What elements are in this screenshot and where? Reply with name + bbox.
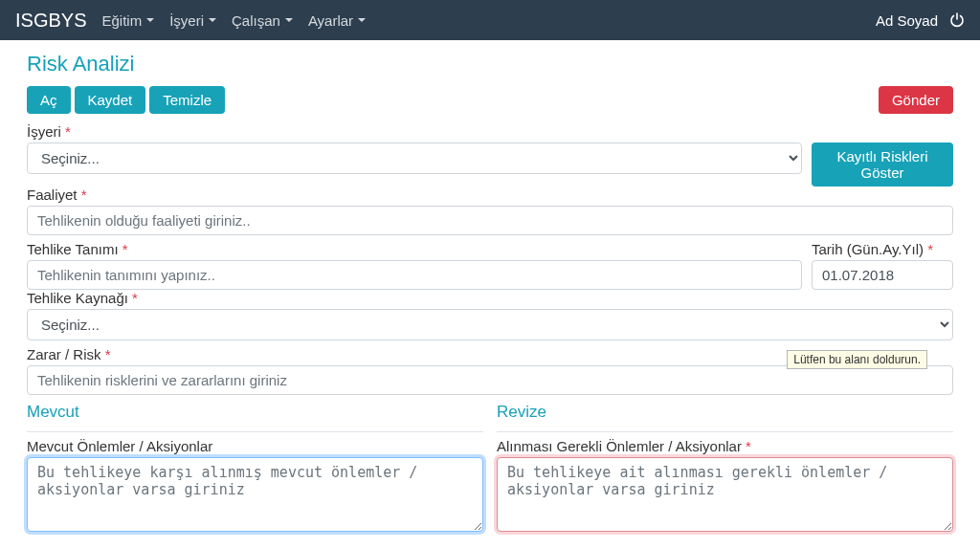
hazard-def-label: Tehlike Tanımı * — [27, 241, 802, 257]
navbar: ISGBYS Eğitim İşyeri Çalışan Ayarlar Ad … — [0, 0, 980, 40]
damage-risk-input[interactable] — [27, 365, 953, 395]
workplace-row: İşyeri * Seçiniz... Kayıtlı Riskleri Gös… — [27, 123, 953, 186]
spacer-label — [812, 123, 953, 140]
date-label: Tarih (Gün.Ay.Yıl) * — [812, 241, 953, 257]
current-section-title: Mevcut — [27, 403, 483, 422]
activity-input[interactable] — [27, 206, 953, 235]
hazard-def-input[interactable] — [27, 260, 802, 290]
current-measures-textarea[interactable] — [27, 457, 483, 532]
page-title: Risk Analizi — [27, 52, 953, 77]
workplace-select[interactable]: Seçiniz... — [27, 142, 802, 174]
show-saved-risks-button[interactable]: Kayıtlı Riskleri Göster — [812, 142, 953, 186]
current-column: Mevcut Mevcut Önlemler / Aksiyonlar Risk… — [27, 401, 483, 548]
activity-label: Faaliyet * — [27, 186, 953, 203]
nav-label: Ayarlar — [308, 12, 353, 29]
action-button-row: Aç Kaydet Temizle Gönder — [27, 86, 953, 114]
revised-section-title: Revize — [497, 403, 953, 422]
nav-label: Eğitim — [101, 12, 142, 29]
validation-tooltip: Lütfen bu alanı doldurun. — [787, 350, 927, 369]
brand-logo[interactable]: ISGBYS — [15, 10, 86, 32]
save-button[interactable]: Kaydet — [75, 86, 146, 114]
nav-calisan[interactable]: Çalışan — [232, 12, 293, 29]
send-button[interactable]: Gönder — [879, 86, 953, 114]
chevron-down-icon — [146, 18, 154, 22]
main-container: Risk Analizi Aç Kaydet Temizle Gönder İş… — [0, 40, 980, 548]
required-measures-textarea[interactable] — [497, 457, 953, 532]
nav-isyeri[interactable]: İşyeri — [169, 12, 216, 29]
divider — [27, 431, 483, 432]
divider — [497, 431, 953, 432]
nav-ayarlar[interactable]: Ayarlar — [308, 12, 366, 29]
workplace-label: İşyeri * — [27, 123, 802, 140]
user-name: Ad Soyad — [876, 12, 938, 29]
current-measures-label: Mevcut Önlemler / Aksiyonlar — [27, 438, 483, 454]
clear-button[interactable]: Temizle — [149, 86, 225, 114]
nav-label: İşyeri — [169, 12, 204, 29]
chevron-down-icon — [358, 18, 366, 22]
two-column-section: Mevcut Mevcut Önlemler / Aksiyonlar Risk… — [27, 401, 953, 548]
navbar-right: Ad Soyad — [876, 12, 965, 29]
date-input[interactable] — [812, 260, 953, 290]
chevron-down-icon — [209, 18, 216, 22]
revised-column: Revize Alınması Gerekli Önlemler / Aksiy… — [497, 401, 953, 548]
navbar-left: ISGBYS Eğitim İşyeri Çalışan Ayarlar — [15, 10, 366, 32]
nav-egitim[interactable]: Eğitim — [101, 12, 154, 29]
chevron-down-icon — [285, 18, 293, 22]
left-buttons: Aç Kaydet Temizle — [27, 86, 225, 114]
hazard-source-select[interactable]: Seçiniz... — [27, 309, 953, 340]
nav-label: Çalışan — [232, 12, 280, 29]
required-measures-label: Alınması Gerekli Önlemler / Aksiyonlar * — [497, 438, 953, 454]
open-button[interactable]: Aç — [27, 86, 71, 114]
power-icon[interactable] — [949, 12, 965, 28]
hazard-source-label: Tehlike Kaynağı * — [27, 290, 953, 306]
